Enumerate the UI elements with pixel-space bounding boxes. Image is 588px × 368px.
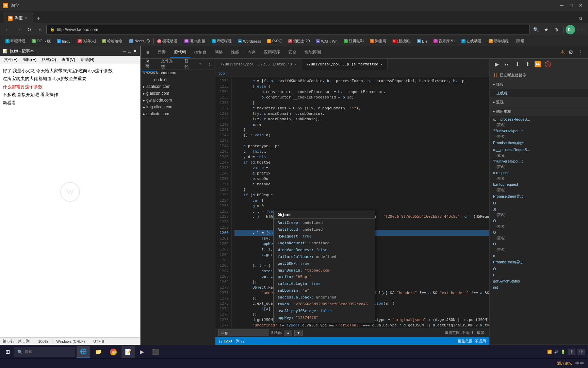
window-restore-button[interactable]: ⧉ bbox=[576, 14, 585, 23]
callstack-item-1[interactable]: o.__processRequeS... bbox=[490, 116, 588, 122]
bookmark-item-anime[interactable]: 在 在线动漫· bbox=[459, 37, 485, 45]
callstack-item-async-3[interactable]: Promise.then(异步 bbox=[490, 259, 588, 266]
callstack-item-O5[interactable]: O bbox=[490, 266, 588, 272]
notepad-close-button[interactable]: ✕ bbox=[133, 48, 137, 54]
taskbar-item-file[interactable]: 📁 bbox=[92, 346, 105, 358]
taskbar-start-button[interactable]: ⊞ bbox=[3, 347, 13, 356]
callstack-item-O2[interactable]: O bbox=[490, 218, 588, 224]
autocomplete-item-getjsonp[interactable]: getJSONP: true bbox=[274, 260, 375, 267]
callstack-item-i[interactable]: i bbox=[490, 272, 588, 278]
autocomplete-item-subdomain[interactable]: subDomain: "a" bbox=[274, 287, 375, 294]
bookmark-item-bilibili2[interactable]: B 哔哩哔哩 bbox=[209, 37, 234, 45]
taskbar-item-chrome[interactable]: ● bbox=[107, 346, 120, 358]
file-tree-item-alicdn-gw[interactable]: ▸ gw.alicdn.com bbox=[141, 97, 215, 104]
bookmark-item-yixue[interactable]: 易 易学编程· bbox=[486, 37, 512, 45]
callstack-item-Jt[interactable]: Jt bbox=[490, 206, 588, 212]
debugger-resume-button[interactable]: ▶ bbox=[492, 60, 501, 69]
bookmark-item-sohu[interactable]: 新 [新搜狐] bbox=[390, 37, 413, 45]
bookmark-item-pixiv[interactable]: p [pixiv] bbox=[54, 38, 74, 44]
file-tree-item-alicdn-at[interactable]: ▸ at.alicdn.com bbox=[141, 83, 215, 90]
bookmark-item-magnet[interactable]: 磁 磁力搜·搜 bbox=[182, 37, 208, 45]
tab-memory[interactable]: 内存 bbox=[243, 47, 260, 57]
code-tab-mtop[interactable]: ??universal/pol.../2.5.1/mtop.js ✕ bbox=[215, 59, 301, 70]
autocomplete-item-token[interactable]: token: "<78666d6d92909Faef05ede9352cca4S bbox=[274, 301, 375, 308]
devtools-toolbar-expand[interactable]: ≡ bbox=[143, 48, 152, 57]
search-browser-button[interactable]: 🔍 bbox=[531, 25, 541, 34]
callstack-item-O3[interactable]: O bbox=[490, 229, 588, 235]
callstack-item-3[interactable]: o.__processRequeS... bbox=[490, 147, 588, 153]
bookmark-item-ha[interactable]: 哈 哈哈哈哈· bbox=[99, 37, 126, 45]
autocomplete-item-anticreep[interactable]: AntiCreep: undefined bbox=[274, 219, 375, 226]
bookmark-item-ooi[interactable]: O OOI - 舰 bbox=[29, 37, 53, 45]
tray-input-indicator[interactable]: 中 bbox=[577, 349, 585, 355]
taskbar-item-browser[interactable]: 🌐 bbox=[77, 346, 90, 358]
debugger-deactivate-button[interactable]: 🚫 bbox=[543, 60, 552, 69]
autocomplete-item-success[interactable]: successCallback: undefined bbox=[274, 294, 375, 301]
bookmark-item-douban[interactable]: 豆 豆瓣电影 bbox=[341, 37, 366, 45]
sources-sync-button[interactable]: ↕ bbox=[206, 60, 214, 68]
tab-security[interactable]: 安全 bbox=[284, 47, 300, 57]
profile-button[interactable]: Ea bbox=[566, 25, 575, 34]
extensions-button[interactable]: ⊕ bbox=[552, 25, 561, 34]
taskbar-search[interactable]: 🔍 搜索 bbox=[14, 347, 75, 357]
autocomplete-item-appkey[interactable]: appKey: "12574478" bbox=[274, 315, 375, 321]
callstack-item-4[interactable]: ??universal/pol...p. bbox=[490, 158, 588, 164]
autocomplete-item-prefix[interactable]: prefix: "h5api" bbox=[274, 274, 375, 280]
close-button[interactable]: ✕ bbox=[576, 1, 585, 10]
code-tab-mtop-close[interactable]: ✕ bbox=[294, 62, 296, 66]
bookmark-item-be[interactable]: B B e bbox=[414, 38, 430, 44]
autocomplete-item-loginrequest[interactable]: LoginRequest: undefined bbox=[274, 240, 375, 247]
code-tab-formatted-close[interactable]: ✕ bbox=[380, 62, 382, 66]
tab-sources[interactable]: 源代码 bbox=[170, 47, 190, 58]
notepad-menu-edit[interactable]: 编辑(E) bbox=[20, 56, 39, 63]
notepad-menu-view[interactable]: 查看(V) bbox=[59, 56, 78, 63]
autocomplete-item-usealipay[interactable]: useAlipayJSBridge: false bbox=[274, 308, 375, 315]
autocomplete-item-safarilogin[interactable]: safariGoLogin: true bbox=[274, 280, 375, 287]
callstack-item-init[interactable]: init bbox=[490, 284, 588, 290]
bookmark-item-bilibili[interactable]: B 哔哩哔哩 bbox=[3, 37, 28, 45]
autocomplete-item-failure[interactable]: failureCallback: undefined bbox=[274, 254, 375, 260]
callstack-item-O4[interactable]: O bbox=[490, 241, 588, 247]
taskbar-item-terminal[interactable]: ⬛ bbox=[149, 346, 162, 358]
autocomplete-popup[interactable]: Object AntiCreep: undefined AntiFlood: u… bbox=[273, 210, 375, 323]
autocomplete-item-windvane[interactable]: WindVaneRequest: false bbox=[274, 247, 375, 254]
bookmark-item-taobao[interactable]: 淘 淘宝网 bbox=[367, 37, 389, 45]
autocomplete-item-h5request[interactable]: H5Request: true bbox=[274, 233, 375, 240]
bookmark-item-wait[interactable]: W WAIT: Wh bbox=[313, 38, 340, 44]
browser-tab-active[interactable]: 淘 淘宝 ✕ bbox=[3, 13, 33, 23]
code-tab-formatted[interactable]: ??universal/pol...p.js:formatted ✕ bbox=[301, 59, 388, 70]
maximize-button[interactable]: □ bbox=[567, 1, 576, 10]
notepad-menu-format[interactable]: 格式(O) bbox=[39, 56, 59, 63]
notepad-maximize-button[interactable]: □ bbox=[128, 48, 131, 54]
file-tree-item-alicdn-g[interactable]: ▸ g.alicdn.com bbox=[141, 90, 215, 97]
devtools-more-button[interactable]: ⋮ bbox=[576, 48, 585, 57]
autocomplete-item-maindomain[interactable]: mainDomain: "taobao.com" bbox=[274, 267, 375, 274]
bookmark-item-adult[interactable]: 成 [成年人] bbox=[75, 37, 99, 45]
callstack-item-O1[interactable]: O bbox=[490, 200, 588, 206]
search-input[interactable] bbox=[218, 329, 269, 336]
callstack-item-n[interactable]: n bbox=[490, 252, 588, 259]
home-button[interactable]: ⌂ bbox=[35, 25, 45, 34]
file-tree-item-index[interactable]: (index) bbox=[141, 76, 215, 83]
file-tree-item-alicdn-o[interactable]: ▸ o.alicdn.com bbox=[141, 110, 215, 117]
tab-elements[interactable]: 元素 bbox=[153, 47, 170, 57]
settings-button[interactable]: ⋯ bbox=[576, 25, 585, 34]
file-tree-item-alicdn-img[interactable]: ▸ img.alicdn.com bbox=[141, 104, 215, 110]
watch-section-header[interactable]: ▸ 监视 bbox=[490, 97, 588, 107]
notepad-menu-help[interactable]: 帮助(H) bbox=[78, 56, 97, 63]
taskbar-item-media[interactable]: ▶ bbox=[136, 346, 147, 358]
search-cancel-button[interactable]: 取消 bbox=[475, 329, 487, 336]
bookmark-item-wp[interactable]: W Wordpress bbox=[235, 38, 264, 44]
tab-performance[interactable]: 性能 bbox=[227, 47, 243, 57]
tab-close-icon[interactable]: ✕ bbox=[25, 16, 28, 20]
callstack-item-getswitch[interactable]: getSwitchStatus bbox=[490, 278, 588, 284]
tab-lighthouse[interactable]: 性能评测 bbox=[300, 47, 325, 57]
code-content-area[interactable]: 12321233123412351236 1237123812391240124… bbox=[215, 77, 489, 328]
sources-subtab-more[interactable]: » bbox=[197, 60, 205, 68]
search-next-button[interactable]: ▼ bbox=[294, 330, 303, 336]
thread-section-header[interactable]: ▾ 线程 bbox=[490, 80, 588, 89]
callstack-item-async-2[interactable]: Promise.then(异步 bbox=[490, 193, 588, 200]
callstack-item-2[interactable]: ??universal/pol...p. bbox=[490, 128, 588, 134]
minimize-button[interactable]: ─ bbox=[557, 1, 566, 10]
bookmark-item-add[interactable]: [新增 bbox=[513, 37, 527, 45]
